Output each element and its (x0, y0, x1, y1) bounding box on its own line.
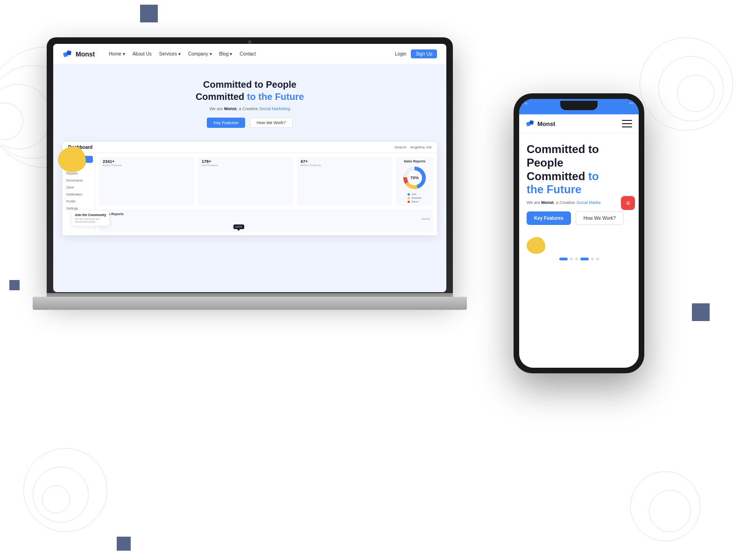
legend-distribute: Distribute (408, 196, 421, 199)
subtext-prefix: We are (210, 106, 224, 111)
stat-hot-value: 178+ (202, 159, 289, 164)
sidebar-item-profile[interactable]: Profile (63, 198, 95, 205)
laptop-hero-buttons: Key Features How We Work? (63, 118, 437, 128)
phone-subtext-prefix: We are (527, 200, 541, 205)
bg-square-5 (9, 280, 20, 290)
dashboard-user: Angelina Joli (410, 145, 431, 149)
chart-period: Weekly (102, 217, 430, 220)
phone-body: ✉ om 📞 9806071234 Monst (514, 93, 644, 373)
donut-wrapper: 70% (402, 165, 428, 191)
laptop-logo-text: Monst (76, 50, 95, 58)
laptop-logo: Monst (63, 49, 95, 59)
sidebar-item-documents[interactable]: Documents (63, 177, 95, 184)
join-community-box: Join the Community Join the community an… (72, 210, 109, 226)
phone-headline-line4: the Future (527, 183, 581, 196)
phone-hero-subtext: We are Monst, a Creative Social Marke (527, 200, 631, 205)
phone-logo-icon (526, 119, 535, 128)
dashboard-charts: Sales Reports Weekly 3,672 (99, 210, 433, 232)
bg-square-1 (140, 5, 158, 22)
how-works-button[interactable]: How We Work? (250, 118, 293, 128)
dashboard-layout: Dashboard Transaction Reports Documents … (63, 153, 437, 232)
phone-how-works-button[interactable]: How We Work? (576, 211, 624, 225)
laptop-nav-links: Home ▾ About Us Services ▾ Company ▾ Blo… (109, 51, 395, 56)
bg-circle-3 (0, 84, 51, 149)
phone-headline-line3-highlight: to (588, 170, 599, 182)
phone-subtext-highlight: Social Marke (576, 200, 600, 205)
bg-square-4 (692, 303, 710, 321)
phone-yellow-blob (527, 237, 545, 254)
legend-distribute-label: Distribute (411, 196, 421, 199)
legend-sale-dot (408, 193, 410, 196)
laptop-nav-actions: Login Sign Up (395, 49, 437, 58)
phone-dot-4 (580, 258, 589, 260)
donut-percent: 70% (410, 175, 419, 180)
dashboard-header-right: Search Angelina Joli (395, 145, 431, 149)
laptop-base (33, 297, 467, 310)
signup-button[interactable]: Sign Up (411, 49, 437, 58)
stat-return: 67+ Return Products (297, 157, 392, 206)
phone-subtext-middle: , a Creative (554, 200, 577, 205)
phone-fab-button[interactable]: ≡ (621, 196, 635, 210)
laptop-headline-line2-highlight: to the Future (247, 91, 304, 102)
phone-hero-buttons: Key Features How We Work? (527, 211, 631, 225)
phone-menu-icon[interactable] (622, 120, 632, 127)
stat-return-label: Return Products (301, 164, 388, 167)
nav-company[interactable]: Company ▾ (188, 51, 212, 56)
nav-home[interactable]: Home ▾ (109, 51, 125, 56)
phone-hero: Committed to People Committed to the Fut… (519, 133, 639, 237)
nav-blog[interactable]: Blog ▾ (219, 51, 233, 56)
legend-sale-label: Sale (411, 193, 416, 196)
nav-contact[interactable]: Contact (240, 51, 255, 56)
sidebar-item-store[interactable]: Store (63, 184, 95, 191)
phone-dots-indicator (519, 254, 639, 264)
legend-return-label: Return (411, 200, 418, 203)
key-features-button[interactable]: Key Features (207, 118, 245, 128)
stat-hot-label: Hot Products (202, 164, 289, 167)
dashboard-header: Dashboard Search Angelina Joli (63, 142, 437, 153)
join-community-title: Join the Community (75, 213, 106, 217)
stat-products: 2341+ Every Products (99, 157, 194, 206)
laptop-headline: Committed to People Committed to the Fut… (63, 78, 437, 103)
phone-headline-line2: People (527, 156, 564, 169)
laptop-screen: Monst Home ▾ About Us Services ▾ Company… (53, 44, 446, 292)
line-chart-svg (102, 232, 430, 232)
stat-hot: 178+ Hot Products (198, 157, 293, 206)
phone-headline-line1: Committed to (527, 143, 599, 155)
nav-about[interactable]: About Us (133, 51, 152, 56)
bg-circle-br2 (649, 490, 691, 532)
chart-tooltip: 3,672 (233, 224, 244, 231)
dashboard-line-chart: Sales Reports Weekly 3,672 (99, 210, 433, 232)
subtext-brand: Monst (224, 106, 237, 111)
bg-circle-4 (0, 103, 23, 140)
phone-screen: ✉ om 📞 9806071234 Monst (519, 99, 639, 368)
bg-square-2 (117, 537, 131, 551)
laptop-yellow-blob (58, 147, 86, 172)
dashboard-search: Search (395, 145, 406, 149)
phone-dot-3 (575, 258, 578, 260)
phone-headline-line3-normal: Committed (527, 170, 588, 182)
dashboard-donut-chart: Sales Reports 70% (396, 157, 433, 206)
phone-email-icon: ✉ (525, 102, 527, 105)
legend-return-dot (408, 201, 410, 203)
bg-circle-r2 (658, 56, 724, 121)
laptop-body: Monst Home ▾ About Us Services ▾ Company… (47, 37, 453, 299)
laptop-hero: Committed to People Committed to the Fut… (53, 64, 446, 137)
stat-products-value: 2341+ (103, 159, 190, 164)
phone-logo: Monst (526, 119, 555, 128)
phone-dot-1 (559, 258, 568, 260)
subtext-middle: , a Creative (236, 106, 259, 111)
laptop-headline-line2-normal: Committed (196, 91, 247, 102)
bg-circle-b3 (42, 485, 70, 513)
laptop-navbar: Monst Home ▾ About Us Services ▾ Company… (53, 44, 446, 64)
phone-dot-5 (591, 258, 594, 260)
sidebar-item-notification[interactable]: Notification (63, 191, 95, 198)
donut-legend: Sale Distribute Return (408, 193, 421, 203)
phone-key-features-button[interactable]: Key Features (527, 211, 571, 225)
subtext-highlight: Social Marketing (259, 106, 290, 111)
legend-distribute-dot (408, 197, 410, 199)
legend-return: Return (408, 200, 421, 203)
bg-circle-r1 (640, 37, 733, 131)
laptop-hero-subtext: We are Monst, a Creative Social Marketin… (63, 106, 437, 111)
nav-services[interactable]: Services ▾ (159, 51, 181, 56)
login-button[interactable]: Login (395, 51, 406, 56)
